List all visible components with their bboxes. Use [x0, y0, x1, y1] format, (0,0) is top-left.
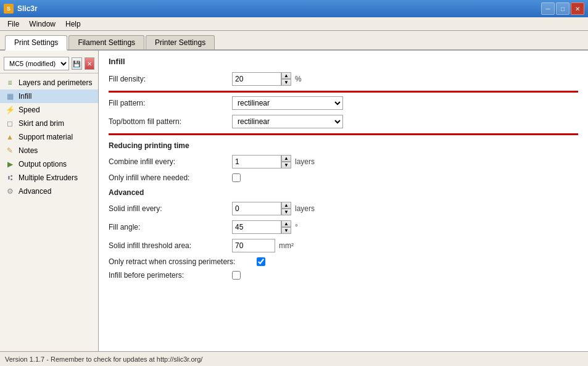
sidebar-label-layers: Layers and perimeters: [19, 78, 92, 87]
advanced-icon: ⚙: [5, 186, 15, 196]
fill-density-label: Fill density:: [109, 75, 232, 83]
fill-density-spinner: ▲ ▼: [281, 72, 291, 86]
fill-angle-label: Fill angle:: [109, 223, 232, 231]
title-text: Slic3r: [17, 4, 38, 13]
sidebar-item-infill[interactable]: ▦ Infill: [0, 89, 98, 103]
solid-infill-input-wrap: ▲ ▼: [232, 202, 291, 215]
infill-before-label: Infill before perimeters:: [109, 271, 232, 280]
window-controls: ─ □ ✕: [541, 2, 584, 15]
solid-threshold-row: Solid infill threshold area: mm²: [109, 239, 578, 252]
solid-infill-up[interactable]: ▲: [281, 202, 291, 209]
combine-infill-row: Combine infill every: ▲ ▼ layers: [109, 155, 578, 168]
sidebar-label-infill: Infill: [19, 92, 31, 101]
combine-input-wrap: ▲ ▼: [232, 155, 291, 168]
solid-threshold-unit: mm²: [279, 241, 294, 250]
sidebar-item-multiple-extruders[interactable]: ⑆ Multiple Extruders: [0, 171, 98, 185]
fill-angle-row: Fill angle: ▲ ▼ °: [109, 220, 578, 234]
main-layout: MC5 (modified) 💾 ✕ ≡ Layers and perimete…: [0, 51, 588, 351]
fill-pattern-select[interactable]: rectilinear line concentric honeycomb: [232, 96, 343, 110]
fill-density-row: Fill density: ▲ ▼ %: [109, 72, 578, 86]
combine-up[interactable]: ▲: [281, 155, 291, 162]
solid-infill-row: Solid infill every: ▲ ▼ layers: [109, 202, 578, 215]
top-bottom-select[interactable]: rectilinear line concentric: [232, 115, 343, 128]
sidebar-item-output[interactable]: ▶ Output options: [0, 157, 98, 171]
close-button[interactable]: ✕: [571, 2, 584, 15]
reducing-section-title: Reducing printing time: [109, 141, 578, 150]
only-retract-label: Only retract when crossing perimeters:: [109, 257, 257, 266]
tab-printer-settings[interactable]: Printer Settings: [146, 35, 215, 49]
fill-angle-unit: °: [295, 223, 298, 231]
solid-infill-input[interactable]: [232, 202, 281, 215]
content-area: Infill Fill density: ▲ ▼ % Fill pattern:…: [99, 51, 588, 351]
sidebar-item-notes[interactable]: ✎ Notes: [0, 144, 98, 157]
menu-window[interactable]: Window: [24, 19, 60, 30]
tab-bar: Print Settings Filament Settings Printer…: [0, 31, 588, 51]
sidebar-label-output: Output options: [19, 160, 67, 168]
tab-filament-settings[interactable]: Filament Settings: [68, 35, 144, 49]
only-retract-row: Only retract when crossing perimeters:: [109, 257, 578, 266]
menu-help[interactable]: Help: [60, 19, 86, 30]
sidebar: MC5 (modified) 💾 ✕ ≡ Layers and perimete…: [0, 51, 99, 351]
fill-angle-up[interactable]: ▲: [281, 220, 291, 227]
status-bar: Version 1.1.7 - Remember to check for up…: [0, 351, 588, 366]
solid-infill-label: Solid infill every:: [109, 204, 232, 213]
sidebar-item-advanced[interactable]: ⚙ Advanced: [0, 185, 98, 198]
fill-pattern-row: Fill pattern: rectilinear line concentri…: [109, 96, 578, 110]
tab-print-settings[interactable]: Print Settings: [5, 35, 67, 51]
infill-before-row: Infill before perimeters:: [109, 271, 578, 280]
only-retract-checkbox[interactable]: [257, 257, 265, 266]
fill-angle-input[interactable]: [232, 220, 281, 234]
only-infill-checkbox[interactable]: [232, 173, 241, 182]
sidebar-label-notes: Notes: [19, 146, 38, 155]
infill-icon: ▦: [5, 91, 15, 101]
top-bottom-row: Top/bottom fill pattern: rectilinear lin…: [109, 115, 578, 128]
sidebar-item-layers[interactable]: ≡ Layers and perimeters: [0, 76, 98, 89]
fill-density-redbar: [109, 91, 578, 93]
maximize-button[interactable]: □: [556, 2, 569, 15]
layers-icon: ≡: [5, 78, 15, 88]
sidebar-item-speed[interactable]: ⚡ Speed: [0, 103, 98, 117]
menu-file[interactable]: File: [2, 19, 24, 30]
fill-angle-input-wrap: ▲ ▼: [232, 220, 291, 234]
speed-icon: ⚡: [5, 105, 15, 115]
fill-angle-spinner: ▲ ▼: [281, 220, 291, 234]
solid-infill-down[interactable]: ▼: [281, 209, 291, 215]
fill-density-down[interactable]: ▼: [281, 79, 291, 86]
sidebar-label-multi: Multiple Extruders: [19, 173, 78, 182]
minimize-button[interactable]: ─: [541, 2, 555, 15]
multi-extruder-icon: ⑆: [5, 173, 15, 183]
sidebar-label-advanced: Advanced: [19, 187, 51, 196]
app-icon: S: [4, 4, 14, 14]
sidebar-label-skirt: Skirt and brim: [19, 119, 64, 128]
sidebar-item-support[interactable]: ▲ Support material: [0, 130, 98, 144]
combine-spinner: ▲ ▼: [281, 155, 291, 168]
remove-preset-button[interactable]: ✕: [85, 57, 95, 70]
save-preset-button[interactable]: 💾: [72, 57, 82, 70]
infill-before-checkbox[interactable]: [232, 271, 241, 280]
fill-density-input[interactable]: [232, 72, 281, 86]
sidebar-label-support: Support material: [19, 133, 73, 141]
only-infill-label: Only infill where needed:: [109, 173, 232, 182]
combine-input[interactable]: [232, 155, 281, 168]
sidebar-label-speed: Speed: [19, 106, 40, 114]
fill-density-input-wrap: ▲ ▼: [232, 72, 291, 86]
solid-infill-unit: layers: [295, 204, 315, 213]
solid-infill-spinner: ▲ ▼: [281, 202, 291, 215]
fill-angle-down[interactable]: ▼: [281, 227, 291, 234]
solid-threshold-input[interactable]: [232, 239, 275, 252]
status-text: Version 1.1.7 - Remember to check for up…: [5, 356, 202, 363]
fill-density-up[interactable]: ▲: [281, 72, 291, 79]
fill-density-unit: %: [295, 75, 302, 83]
output-icon: ▶: [5, 159, 15, 169]
title-bar: S Slic3r ─ □ ✕: [0, 0, 588, 17]
sidebar-item-skirt[interactable]: ◻ Skirt and brim: [0, 117, 98, 130]
only-infill-row: Only infill where needed:: [109, 173, 578, 182]
combine-down[interactable]: ▼: [281, 162, 291, 168]
top-bottom-redbar: [109, 133, 578, 135]
combine-unit: layers: [295, 157, 315, 166]
preset-select[interactable]: MC5 (modified): [4, 57, 69, 70]
advanced-section-title: Advanced: [109, 188, 578, 197]
fill-pattern-label: Fill pattern:: [109, 99, 232, 107]
combine-label: Combine infill every:: [109, 157, 232, 166]
preset-bar: MC5 (modified) 💾 ✕: [0, 54, 98, 73]
